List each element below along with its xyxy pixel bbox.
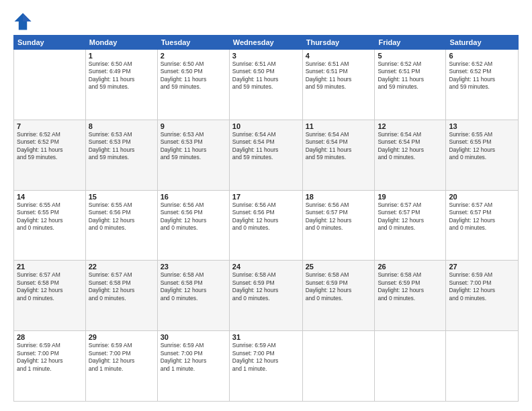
calendar-cell: 10Sunrise: 6:54 AM Sunset: 6:54 PM Dayli… <box>229 120 302 190</box>
calendar-cell <box>446 331 519 402</box>
calendar-cell: 1Sunrise: 6:50 AM Sunset: 6:49 PM Daylig… <box>85 50 157 120</box>
weekday-header: Thursday <box>302 36 375 50</box>
day-info: Sunrise: 6:59 AM Sunset: 7:00 PM Dayligh… <box>232 342 300 373</box>
calendar-row: 7Sunrise: 6:52 AM Sunset: 6:52 PM Daylig… <box>14 120 519 190</box>
day-number: 17 <box>232 193 300 201</box>
day-info: Sunrise: 6:59 AM Sunset: 7:00 PM Dayligh… <box>17 342 83 373</box>
day-number: 22 <box>89 263 154 271</box>
svg-marker-1 <box>23 13 31 21</box>
day-number: 29 <box>89 333 154 341</box>
day-number: 3 <box>232 52 300 60</box>
day-number: 8 <box>89 122 154 130</box>
day-info: Sunrise: 6:59 AM Sunset: 7:00 PM Dayligh… <box>89 342 154 373</box>
calendar-cell: 17Sunrise: 6:56 AM Sunset: 6:56 PM Dayli… <box>229 190 302 261</box>
calendar-cell: 8Sunrise: 6:53 AM Sunset: 6:53 PM Daylig… <box>85 120 157 190</box>
day-info: Sunrise: 6:56 AM Sunset: 6:56 PM Dayligh… <box>161 201 226 232</box>
day-info: Sunrise: 6:55 AM Sunset: 6:56 PM Dayligh… <box>89 201 154 232</box>
day-number: 31 <box>232 333 300 341</box>
calendar-cell: 24Sunrise: 6:58 AM Sunset: 6:59 PM Dayli… <box>229 261 302 331</box>
calendar-cell: 2Sunrise: 6:50 AM Sunset: 6:50 PM Daylig… <box>157 50 229 120</box>
calendar-row: 21Sunrise: 6:57 AM Sunset: 6:58 PM Dayli… <box>14 261 519 331</box>
weekday-header: Friday <box>375 36 446 50</box>
day-number: 18 <box>306 193 372 201</box>
day-number: 27 <box>449 263 515 271</box>
calendar-cell <box>375 331 446 402</box>
day-info: Sunrise: 6:55 AM Sunset: 6:55 PM Dayligh… <box>17 201 83 232</box>
day-number: 2 <box>161 52 226 60</box>
calendar-cell: 15Sunrise: 6:55 AM Sunset: 6:56 PM Dayli… <box>85 190 157 261</box>
calendar-cell: 29Sunrise: 6:59 AM Sunset: 7:00 PM Dayli… <box>85 331 157 402</box>
day-info: Sunrise: 6:55 AM Sunset: 6:55 PM Dayligh… <box>449 131 515 162</box>
day-number: 14 <box>17 193 83 201</box>
day-info: Sunrise: 6:51 AM Sunset: 6:51 PM Dayligh… <box>306 60 372 91</box>
day-number: 24 <box>232 263 300 271</box>
day-number: 12 <box>378 122 443 130</box>
day-info: Sunrise: 6:57 AM Sunset: 6:57 PM Dayligh… <box>449 201 515 232</box>
day-info: Sunrise: 6:54 AM Sunset: 6:54 PM Dayligh… <box>232 131 300 162</box>
weekday-header: Saturday <box>446 36 519 50</box>
day-number: 21 <box>17 263 83 271</box>
calendar-cell: 6Sunrise: 6:52 AM Sunset: 6:52 PM Daylig… <box>446 50 519 120</box>
day-info: Sunrise: 6:56 AM Sunset: 6:56 PM Dayligh… <box>232 201 300 232</box>
calendar-cell: 3Sunrise: 6:51 AM Sunset: 6:50 PM Daylig… <box>229 50 302 120</box>
day-number: 5 <box>378 52 443 60</box>
calendar-row: 14Sunrise: 6:55 AM Sunset: 6:55 PM Dayli… <box>14 190 519 261</box>
calendar-cell: 12Sunrise: 6:54 AM Sunset: 6:54 PM Dayli… <box>375 120 446 190</box>
day-number: 6 <box>449 52 515 60</box>
weekday-header: Tuesday <box>157 36 229 50</box>
calendar-page: SundayMondayTuesdayWednesdayThursdayFrid… <box>0 0 532 411</box>
day-info: Sunrise: 6:57 AM Sunset: 6:58 PM Dayligh… <box>89 271 154 302</box>
weekday-header: Sunday <box>14 36 86 50</box>
calendar-cell: 7Sunrise: 6:52 AM Sunset: 6:52 PM Daylig… <box>14 120 86 190</box>
logo <box>13 12 36 31</box>
day-number: 23 <box>161 263 226 271</box>
calendar-cell: 27Sunrise: 6:59 AM Sunset: 7:00 PM Dayli… <box>446 261 519 331</box>
day-number: 11 <box>306 122 372 130</box>
logo-icon <box>13 12 32 31</box>
weekday-header: Wednesday <box>229 36 302 50</box>
calendar-cell: 21Sunrise: 6:57 AM Sunset: 6:58 PM Dayli… <box>14 261 86 331</box>
calendar-row: 28Sunrise: 6:59 AM Sunset: 7:00 PM Dayli… <box>14 331 519 402</box>
day-number: 9 <box>161 122 226 130</box>
day-number: 26 <box>378 263 443 271</box>
day-info: Sunrise: 6:58 AM Sunset: 6:59 PM Dayligh… <box>232 271 300 302</box>
weekday-header: Monday <box>85 36 157 50</box>
day-info: Sunrise: 6:52 AM Sunset: 6:52 PM Dayligh… <box>449 60 515 91</box>
calendar-cell: 31Sunrise: 6:59 AM Sunset: 7:00 PM Dayli… <box>229 331 302 402</box>
calendar-cell: 20Sunrise: 6:57 AM Sunset: 6:57 PM Dayli… <box>446 190 519 261</box>
day-info: Sunrise: 6:53 AM Sunset: 6:53 PM Dayligh… <box>89 131 154 162</box>
day-info: Sunrise: 6:51 AM Sunset: 6:50 PM Dayligh… <box>232 60 300 91</box>
day-number: 1 <box>89 52 154 60</box>
day-number: 19 <box>378 193 443 201</box>
day-info: Sunrise: 6:54 AM Sunset: 6:54 PM Dayligh… <box>378 131 443 162</box>
calendar-cell <box>302 331 375 402</box>
day-info: Sunrise: 6:50 AM Sunset: 6:50 PM Dayligh… <box>161 60 226 91</box>
calendar-cell: 13Sunrise: 6:55 AM Sunset: 6:55 PM Dayli… <box>446 120 519 190</box>
day-number: 10 <box>232 122 300 130</box>
calendar-body: 1Sunrise: 6:50 AM Sunset: 6:49 PM Daylig… <box>14 50 519 402</box>
day-number: 25 <box>306 263 372 271</box>
calendar-cell <box>14 50 86 120</box>
day-info: Sunrise: 6:58 AM Sunset: 6:59 PM Dayligh… <box>378 271 443 302</box>
day-number: 15 <box>89 193 154 201</box>
day-info: Sunrise: 6:58 AM Sunset: 6:59 PM Dayligh… <box>306 271 372 302</box>
day-info: Sunrise: 6:57 AM Sunset: 6:58 PM Dayligh… <box>17 271 83 302</box>
day-number: 4 <box>306 52 372 60</box>
day-number: 13 <box>449 122 515 130</box>
day-info: Sunrise: 6:56 AM Sunset: 6:57 PM Dayligh… <box>306 201 372 232</box>
calendar-row: 1Sunrise: 6:50 AM Sunset: 6:49 PM Daylig… <box>14 50 519 120</box>
calendar-cell: 23Sunrise: 6:58 AM Sunset: 6:58 PM Dayli… <box>157 261 229 331</box>
calendar-cell: 14Sunrise: 6:55 AM Sunset: 6:55 PM Dayli… <box>14 190 86 261</box>
day-number: 30 <box>161 333 226 341</box>
calendar-cell: 9Sunrise: 6:53 AM Sunset: 6:53 PM Daylig… <box>157 120 229 190</box>
day-info: Sunrise: 6:53 AM Sunset: 6:53 PM Dayligh… <box>161 131 226 162</box>
calendar-cell: 22Sunrise: 6:57 AM Sunset: 6:58 PM Dayli… <box>85 261 157 331</box>
calendar-header: SundayMondayTuesdayWednesdayThursdayFrid… <box>14 36 519 50</box>
calendar-cell: 19Sunrise: 6:57 AM Sunset: 6:57 PM Dayli… <box>375 190 446 261</box>
calendar-cell: 28Sunrise: 6:59 AM Sunset: 7:00 PM Dayli… <box>14 331 86 402</box>
day-number: 7 <box>17 122 83 130</box>
calendar-cell: 5Sunrise: 6:52 AM Sunset: 6:51 PM Daylig… <box>375 50 446 120</box>
day-info: Sunrise: 6:59 AM Sunset: 7:00 PM Dayligh… <box>161 342 226 373</box>
day-info: Sunrise: 6:58 AM Sunset: 6:58 PM Dayligh… <box>161 271 226 302</box>
header-row: SundayMondayTuesdayWednesdayThursdayFrid… <box>14 36 519 50</box>
